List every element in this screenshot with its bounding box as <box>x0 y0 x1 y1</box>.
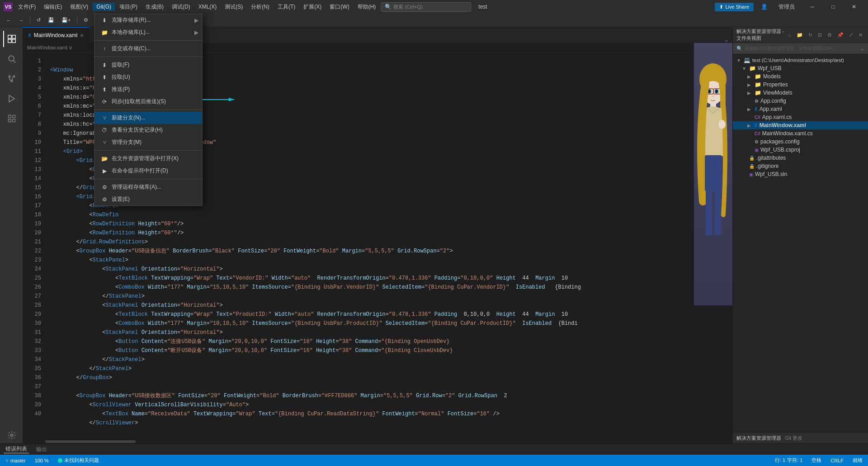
menu-tools[interactable]: 工具(T) <box>274 2 299 12</box>
svg-point-24 <box>715 90 718 93</box>
svg-point-30 <box>718 120 726 129</box>
activity-git[interactable] <box>3 71 19 87</box>
user-icon[interactable]: 👤 <box>757 3 771 11</box>
menu-debug[interactable]: 调试(D) <box>168 2 194 12</box>
minimize-button[interactable]: ─ <box>802 0 823 14</box>
rp-expand-icon[interactable]: ⤢ <box>847 31 855 39</box>
tab-close-button[interactable]: ✕ <box>80 33 84 38</box>
activity-bar <box>0 27 23 443</box>
se-file-mainwindow[interactable]: ▶ X MainWindow.xaml <box>733 121 868 129</box>
se-search-options[interactable]: ⌄ <box>860 46 864 52</box>
git-branch-history[interactable]: ⏱ 查看分支历史记录(H) <box>94 124 202 136</box>
close-button[interactable]: ✕ <box>844 0 864 14</box>
se-file-csproj[interactable]: ▣ Wpf_USB.csproj <box>733 146 868 154</box>
fetch-label: 提取(F) <box>112 61 129 69</box>
activity-settings[interactable] <box>3 427 19 443</box>
line-col-status[interactable]: 行: 1 字符: 1 <box>773 457 804 464</box>
menu-git[interactable]: Git(G) <box>93 3 115 11</box>
se-file-mainwindowcs[interactable]: C# MainWindow.xaml.cs <box>733 129 868 138</box>
git-fetch[interactable]: ⬇ 提取(F) <box>94 59 202 71</box>
live-share-button[interactable]: ⬆ Live Share <box>715 3 754 11</box>
git-push[interactable]: ⬆ 推送(P) <box>94 83 202 95</box>
spaces-status[interactable]: 空格 <box>810 457 823 464</box>
line-ending-status[interactable]: CRLF <box>829 458 845 463</box>
app-logo: VS <box>4 2 13 11</box>
editor-tab-mainwindow[interactable]: X MainWindow.xaml ✕ <box>23 27 90 43</box>
git-submit[interactable]: ↑ 提交或存储(C)... <box>94 43 202 55</box>
se-file-gitattributes[interactable]: 🔒 .gitattributes <box>733 154 868 162</box>
zoom-status[interactable]: 100 % <box>33 458 51 463</box>
se-search-bar[interactable]: 🔍 搜索解决方案资源管理器 - 文件夹视图(Ctrl+;) ⌄ <box>733 43 868 54</box>
rp-pin-icon[interactable]: 📌 <box>835 31 845 39</box>
git-manage-remote[interactable]: ⚙ 管理远程存储库(A)... <box>94 181 202 193</box>
menu-build[interactable]: 生成(B) <box>142 2 167 12</box>
branch-status[interactable]: ⑂ master <box>4 458 28 463</box>
menu-analyze[interactable]: 分析(N) <box>247 2 273 12</box>
se-folder-models[interactable]: ▶ 📁 Models <box>733 72 868 81</box>
toolbar-forward[interactable]: → <box>16 17 26 24</box>
git-manage-branches[interactable]: ⑂ 管理分支(M) <box>94 136 202 148</box>
solution-explorer-tab[interactable]: 解决方案资源管理器 <box>736 435 781 442</box>
rp-refresh-icon[interactable]: ↻ <box>807 31 814 39</box>
file-icon: ▣ <box>749 172 753 177</box>
menu-project[interactable]: 项目(P) <box>116 2 141 12</box>
character-preview <box>694 43 732 305</box>
output-tab[interactable]: 输出 <box>34 446 49 453</box>
git-pull[interactable]: ⬆ 拉取(U) <box>94 71 202 83</box>
activity-search[interactable] <box>3 51 19 67</box>
rp-home-icon[interactable]: ⌂ <box>786 31 793 39</box>
se-folder-wpfusb[interactable]: ▼ 📁 Wpf_USB <box>733 64 868 72</box>
pull-icon: ⬆ <box>101 74 108 81</box>
toolbar-back[interactable]: ← <box>4 17 14 24</box>
svg-point-28 <box>712 96 714 97</box>
toolbar-undo[interactable]: ↺ <box>34 16 43 24</box>
git-open-explorer[interactable]: 📂 在文件资源管理器中打开(X) <box>94 152 202 165</box>
menu-help[interactable]: 帮助(H) <box>354 2 380 12</box>
se-file-sln[interactable]: ▣ Wpf_USB.sln <box>733 170 868 178</box>
menu-test[interactable]: 测试(S) <box>221 2 246 12</box>
menu-view[interactable]: 视图(V) <box>66 2 92 12</box>
search-box[interactable]: 🔍 搜索 (Ctrl+Q) <box>381 2 471 12</box>
se-folder-viewmodels[interactable]: ▶ 📁 ViewModels <box>733 89 868 97</box>
toolbar-save[interactable]: 💾 <box>45 16 57 24</box>
rp-folder-icon[interactable]: 📁 <box>795 31 805 39</box>
editor-scroll-right[interactable]: ⌄ <box>721 37 732 43</box>
maximize-button[interactable]: □ <box>823 0 844 14</box>
error-circle[interactable]: 未找到相关问题 <box>56 457 101 464</box>
menu-file[interactable]: 文件(F) <box>14 2 39 12</box>
menu-edit[interactable]: 编辑(E) <box>40 2 66 12</box>
menu-xml[interactable]: XML(X) <box>195 3 221 11</box>
se-file-gitignore[interactable]: 🔒 .gitignore <box>733 162 868 170</box>
error-list-tab[interactable]: 错误列表 <box>4 445 29 453</box>
activity-debug[interactable] <box>3 90 19 107</box>
activity-extensions[interactable] <box>3 110 19 127</box>
se-file-appxaml[interactable]: ▶ X App.xaml <box>733 105 868 113</box>
tab-label: MainWindow.xaml <box>34 32 78 38</box>
toolbar-settings[interactable]: ⚙ <box>81 16 91 24</box>
rp-collapse-icon[interactable]: ⊟ <box>816 31 824 39</box>
expand-icon: ▶ <box>747 82 753 87</box>
git-sync[interactable]: ⟳ 同步(拉取然后推送)(S) <box>94 95 202 108</box>
se-file-packages[interactable]: ⚙ packages.config <box>733 138 868 146</box>
horizontal-scrollbar[interactable] <box>23 440 732 443</box>
git-new-branch[interactable]: ⑂ 新建分支(N)... <box>94 112 202 124</box>
menu-window[interactable]: 窗口(W) <box>326 2 353 12</box>
scrollbar-thumb[interactable] <box>45 440 136 443</box>
git-local[interactable]: 📁 本地存储库(L)... ▶ <box>94 26 202 38</box>
activity-explorer[interactable] <box>3 31 19 47</box>
rp-close-icon[interactable]: ✕ <box>857 31 864 39</box>
menu-extensions[interactable]: 扩展(X) <box>300 2 325 12</box>
ready-text: 就绪 <box>853 457 863 464</box>
se-file-appxamlcs[interactable]: C# App.xaml.cs <box>733 113 868 121</box>
git-clone[interactable]: ⬇ 克隆存储库(R)... ▶ <box>94 14 202 26</box>
se-file-appconfig[interactable]: ⚙ App.config <box>733 97 868 105</box>
rp-settings-icon[interactable]: ⚙ <box>826 31 834 39</box>
file-icon: C# <box>755 131 760 136</box>
toolbar-save-all[interactable]: 💾+ <box>59 16 73 24</box>
se-root[interactable]: ▼ 💻 test (C:\Users\Administrator\Desktop… <box>733 56 868 64</box>
se-folder-properties[interactable]: ▶ 📁 Properties <box>733 81 868 89</box>
svg-point-4 <box>9 56 14 61</box>
git-settings[interactable]: ⚙ 设置(E) <box>94 193 202 205</box>
git-open-cmd[interactable]: ▶ 在命令提示符中打开(D) <box>94 165 202 177</box>
git-changes-tab[interactable]: Git 更改 <box>785 435 802 442</box>
